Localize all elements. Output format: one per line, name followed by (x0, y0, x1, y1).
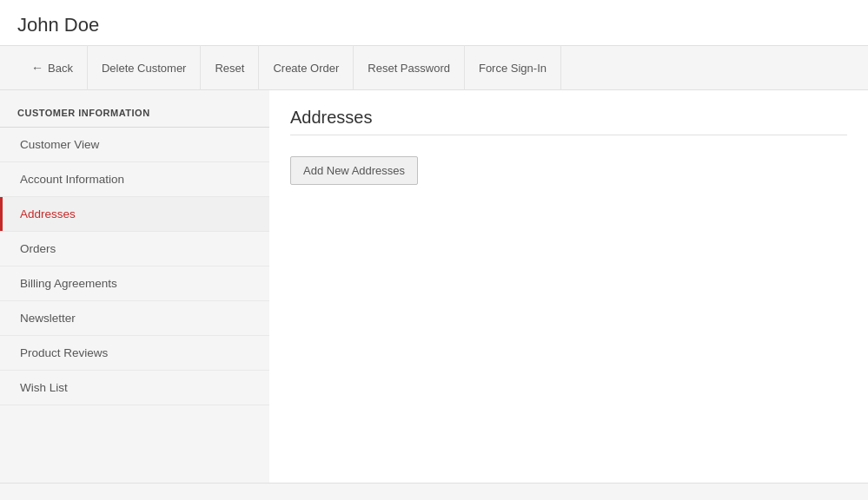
page-title: John Doe (17, 14, 851, 36)
bottom-bar (0, 483, 868, 486)
reset-password-button[interactable]: Reset Password (354, 45, 465, 90)
sidebar-item-product-reviews[interactable]: Product Reviews (0, 336, 269, 371)
sidebar-item-account-information[interactable]: Account Information (0, 162, 269, 197)
sidebar: Customer Information Customer View Accou… (0, 90, 269, 486)
sidebar-item-orders[interactable]: Orders (0, 232, 269, 266)
back-button[interactable]: ← Back (17, 45, 88, 90)
sidebar-nav: Customer View Account Information Addres… (0, 128, 269, 405)
force-sign-in-button[interactable]: Force Sign-In (465, 45, 561, 90)
sidebar-item-wish-list[interactable]: Wish List (0, 371, 269, 405)
toolbar: ← Back Delete Customer Reset Create Orde… (0, 45, 868, 90)
content-section-title: Addresses (290, 108, 847, 128)
content-area: Addresses Add New Addresses (269, 90, 868, 486)
sidebar-link-product-reviews[interactable]: Product Reviews (0, 336, 269, 370)
sidebar-item-customer-view[interactable]: Customer View (0, 128, 269, 162)
sidebar-link-billing-agreements[interactable]: Billing Agreements (0, 266, 269, 300)
main-layout: Customer Information Customer View Accou… (0, 90, 868, 486)
delete-customer-button[interactable]: Delete Customer (88, 45, 202, 90)
add-new-addresses-button[interactable]: Add New Addresses (290, 156, 418, 185)
sidebar-link-orders[interactable]: Orders (0, 232, 269, 266)
sidebar-item-billing-agreements[interactable]: Billing Agreements (0, 266, 269, 301)
page-header: John Doe (0, 0, 868, 45)
back-arrow-icon: ← (31, 61, 43, 75)
sidebar-link-addresses[interactable]: Addresses (0, 197, 269, 231)
reset-button[interactable]: Reset (201, 45, 259, 90)
sidebar-link-wish-list[interactable]: Wish List (0, 371, 269, 405)
sidebar-item-addresses[interactable]: Addresses (0, 197, 269, 232)
sidebar-section-title: Customer Information (0, 90, 269, 127)
create-order-button[interactable]: Create Order (259, 45, 354, 90)
sidebar-link-customer-view[interactable]: Customer View (0, 128, 269, 161)
sidebar-item-newsletter[interactable]: Newsletter (0, 301, 269, 336)
content-divider (290, 135, 847, 135)
sidebar-link-newsletter[interactable]: Newsletter (0, 301, 269, 335)
sidebar-link-account-information[interactable]: Account Information (0, 162, 269, 196)
